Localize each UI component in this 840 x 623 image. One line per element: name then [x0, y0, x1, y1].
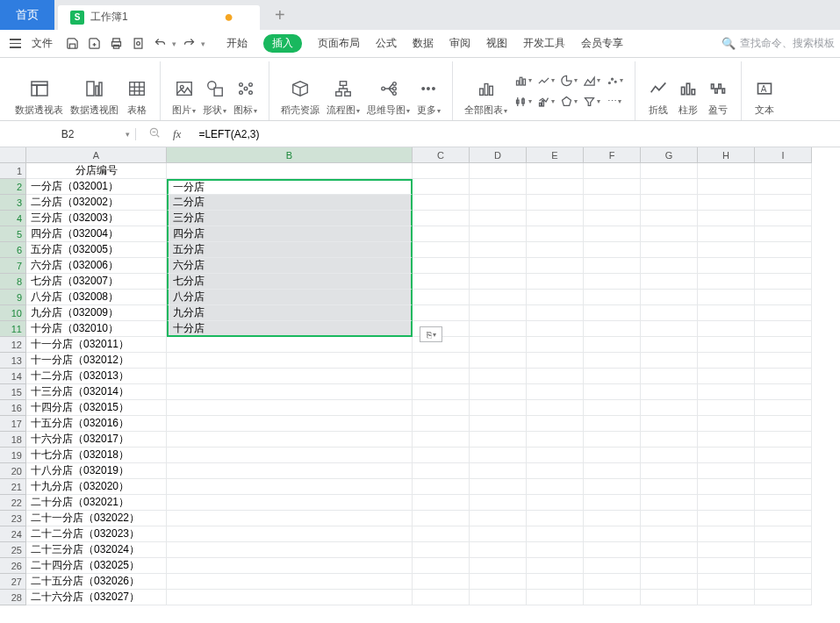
ribbon-mindmap[interactable]: 思维导图▾: [363, 63, 413, 119]
cell[interactable]: [413, 163, 470, 179]
cell[interactable]: [641, 479, 698, 495]
cell[interactable]: [755, 274, 812, 290]
cell[interactable]: [413, 242, 470, 258]
row-header[interactable]: 23: [0, 511, 26, 526]
col-header[interactable]: C: [413, 147, 470, 163]
cell[interactable]: [527, 432, 584, 448]
cell[interactable]: 八分店（032008）: [26, 290, 167, 305]
cell[interactable]: [527, 179, 584, 195]
cell[interactable]: [755, 321, 812, 337]
cell[interactable]: [755, 463, 812, 479]
fx-icon[interactable]: fx: [173, 127, 181, 141]
cell[interactable]: [167, 574, 413, 590]
cell[interactable]: 二十二分店（032023）: [26, 526, 167, 542]
row-header[interactable]: 20: [0, 463, 26, 479]
ribbon-docer[interactable]: 稻壳资源: [277, 63, 323, 119]
cell[interactable]: [527, 242, 584, 258]
cell[interactable]: [698, 290, 755, 305]
cell[interactable]: [167, 495, 413, 511]
cell[interactable]: 五分店（032005）: [26, 242, 167, 258]
cell[interactable]: [641, 211, 698, 226]
row-header[interactable]: 9: [0, 290, 26, 305]
menu-formula[interactable]: 公式: [376, 36, 397, 51]
cell[interactable]: [527, 290, 584, 305]
cell[interactable]: [413, 384, 470, 400]
col-header[interactable]: I: [755, 147, 812, 163]
cell[interactable]: [755, 242, 812, 258]
cell[interactable]: [584, 195, 641, 211]
cell[interactable]: [527, 384, 584, 400]
cell[interactable]: [470, 274, 527, 290]
row-header[interactable]: 13: [0, 353, 26, 369]
row-header[interactable]: 17: [0, 416, 26, 432]
tab-home[interactable]: 首页: [0, 0, 54, 30]
cell[interactable]: [584, 558, 641, 574]
cell[interactable]: [167, 353, 413, 369]
cancel-formula-icon[interactable]: [148, 126, 161, 141]
cell[interactable]: [755, 590, 812, 605]
cell[interactable]: [698, 195, 755, 211]
cell[interactable]: 一分店（032001）: [26, 179, 167, 195]
row-header[interactable]: 28: [0, 590, 26, 605]
cell[interactable]: [470, 242, 527, 258]
cell[interactable]: [698, 353, 755, 369]
cell[interactable]: 六分店: [167, 258, 413, 274]
cell[interactable]: [413, 479, 470, 495]
cell[interactable]: [698, 179, 755, 195]
cell[interactable]: 十六分店（032017）: [26, 432, 167, 448]
spreadsheet-grid[interactable]: ABCDEFGHI1分店编号2一分店（032001）一分店3二分店（032002…: [0, 147, 812, 623]
cell[interactable]: [413, 511, 470, 526]
cell[interactable]: [167, 590, 413, 605]
cell[interactable]: [755, 432, 812, 448]
cell[interactable]: 三分店: [167, 211, 413, 226]
cell[interactable]: [641, 226, 698, 242]
cell[interactable]: [413, 526, 470, 542]
cell[interactable]: 二十三分店（032024）: [26, 542, 167, 558]
cell[interactable]: [167, 479, 413, 495]
file-menu[interactable]: 文件: [32, 36, 53, 51]
cell[interactable]: [470, 400, 527, 416]
name-box[interactable]: B2 ▾: [0, 128, 136, 140]
cell[interactable]: [641, 432, 698, 448]
col-header[interactable]: F: [584, 147, 641, 163]
cell[interactable]: [641, 526, 698, 542]
row-header[interactable]: 16: [0, 400, 26, 416]
cell[interactable]: [527, 542, 584, 558]
cell[interactable]: 四分店（032004）: [26, 226, 167, 242]
cell[interactable]: [698, 526, 755, 542]
cell[interactable]: [698, 337, 755, 353]
cell[interactable]: 七分店（032007）: [26, 274, 167, 290]
cell[interactable]: [584, 369, 641, 384]
cell[interactable]: [527, 353, 584, 369]
cell[interactable]: [584, 590, 641, 605]
cell[interactable]: [755, 448, 812, 463]
menu-dev-tools[interactable]: 开发工具: [523, 36, 565, 51]
cell[interactable]: [527, 258, 584, 274]
cell[interactable]: 二十一分店（032022）: [26, 511, 167, 526]
col-header[interactable]: H: [698, 147, 755, 163]
cell[interactable]: 二十分店（032021）: [26, 495, 167, 511]
cell[interactable]: [641, 448, 698, 463]
ribbon-shape[interactable]: 形状▾: [199, 63, 230, 119]
cell[interactable]: [527, 337, 584, 353]
cell[interactable]: [755, 384, 812, 400]
cell[interactable]: [698, 448, 755, 463]
cell[interactable]: [698, 384, 755, 400]
mini-xy-icon[interactable]: ▾: [606, 72, 623, 90]
mini-area-icon[interactable]: ▾: [583, 72, 600, 90]
ribbon-table[interactable]: 表格: [122, 63, 152, 119]
autofill-options-button[interactable]: ⎘▾: [420, 326, 442, 342]
cell[interactable]: [167, 416, 413, 432]
cell[interactable]: [470, 526, 527, 542]
menu-view[interactable]: 视图: [486, 36, 507, 51]
cell[interactable]: [755, 479, 812, 495]
cell[interactable]: 三分店（032003）: [26, 211, 167, 226]
cell[interactable]: [527, 558, 584, 574]
cell[interactable]: [641, 179, 698, 195]
cell[interactable]: 十五分店（032016）: [26, 416, 167, 432]
cell[interactable]: [641, 590, 698, 605]
cell[interactable]: 十分店: [167, 321, 413, 337]
mini-pie-icon[interactable]: ▾: [560, 72, 578, 90]
cell[interactable]: [755, 369, 812, 384]
cell[interactable]: [470, 226, 527, 242]
